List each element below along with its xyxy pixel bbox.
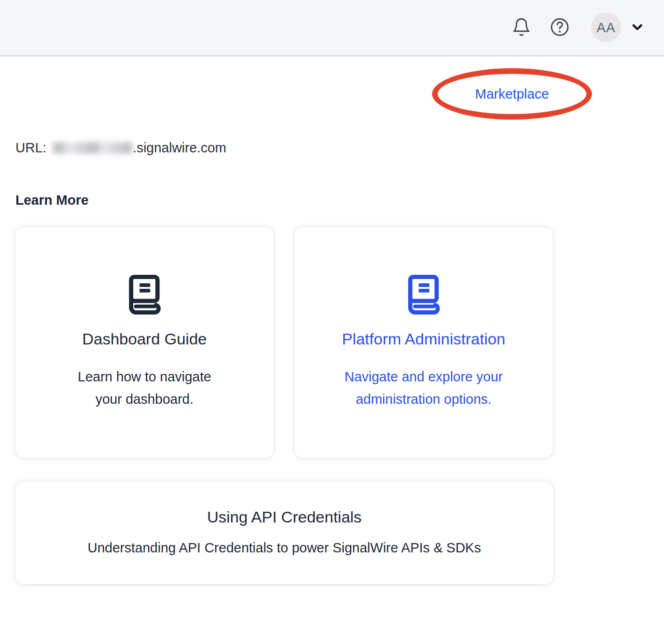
url-suffix: .signalwire.com bbox=[133, 140, 226, 156]
card-description: Understanding API Credentials to power S… bbox=[87, 540, 481, 556]
help-button[interactable] bbox=[549, 16, 570, 39]
url-row: URL: .signalwire.com bbox=[15, 140, 226, 156]
card-using-api-credentials[interactable]: Using API Credentials Understanding API … bbox=[15, 482, 553, 584]
url-label: URL: bbox=[15, 140, 46, 156]
card-dashboard-guide[interactable]: Dashboard Guide Learn how to navigate yo… bbox=[15, 227, 274, 458]
card-description: Navigate and explore your administration… bbox=[329, 365, 519, 410]
bell-icon bbox=[512, 17, 531, 38]
redacted-subdomain bbox=[53, 142, 132, 154]
learn-more-cards: Dashboard Guide Learn how to navigate yo… bbox=[15, 227, 553, 458]
card-platform-administration[interactable]: Platform Administration Navigate and exp… bbox=[295, 227, 553, 458]
top-header: AA bbox=[0, 0, 664, 57]
account-menu-button[interactable]: AA bbox=[591, 13, 645, 43]
card-description: Learn how to navigate your dashboard. bbox=[66, 365, 223, 410]
question-circle-icon bbox=[549, 16, 570, 39]
book-icon bbox=[402, 272, 446, 316]
learn-more-heading: Learn More bbox=[15, 193, 88, 208]
avatar: AA bbox=[591, 13, 621, 43]
card-title: Platform Administration bbox=[342, 330, 505, 348]
book-icon bbox=[123, 272, 166, 316]
card-title: Dashboard Guide bbox=[82, 330, 207, 348]
chevron-down-icon bbox=[629, 19, 645, 36]
marketplace-link[interactable]: Marketplace bbox=[475, 86, 549, 102]
notifications-button[interactable] bbox=[512, 17, 531, 38]
card-title: Using API Credentials bbox=[207, 508, 362, 526]
annotation-ellipse: Marketplace bbox=[432, 68, 592, 120]
